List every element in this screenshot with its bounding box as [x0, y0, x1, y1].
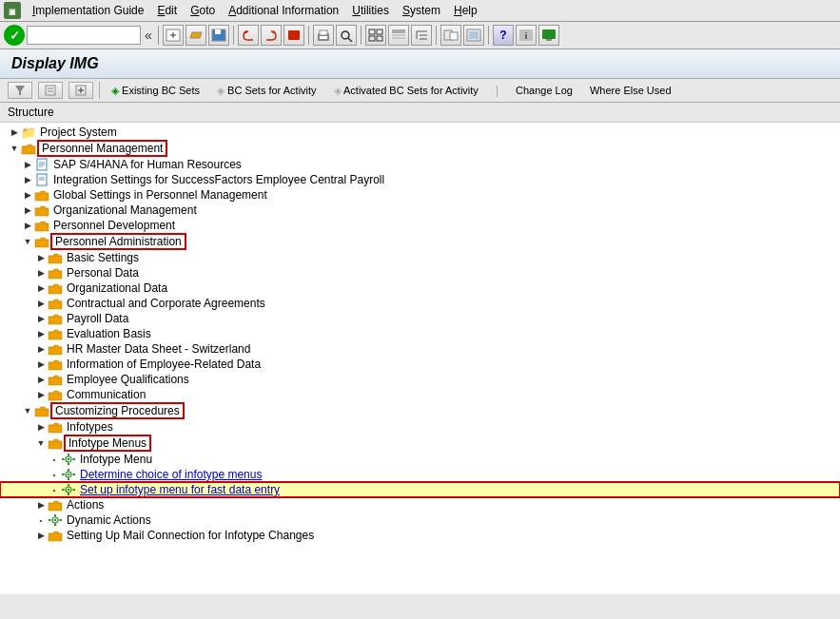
save-btn[interactable]	[208, 25, 229, 46]
tree-row[interactable]: ▼ Personnel Administration	[0, 233, 840, 250]
help-btn[interactable]: ?	[493, 25, 514, 46]
menu-edit[interactable]: Edit	[151, 2, 183, 19]
toggle-personal-data[interactable]: ▶	[34, 266, 48, 280]
tree-row[interactable]: ▶ Actions	[0, 497, 840, 513]
tree-row[interactable]: ▶ Organizational Data	[0, 280, 840, 296]
tree-row[interactable]: ▶ Infotypes	[0, 419, 840, 435]
toggle-mail[interactable]: ▶	[34, 529, 48, 542]
svg-rect-63	[68, 493, 69, 496]
tree-row[interactable]: ▶ Evaluation Basis	[0, 326, 840, 341]
menu-system[interactable]: System	[397, 2, 446, 19]
properties-btn[interactable]	[38, 82, 63, 99]
command-input[interactable]	[27, 26, 141, 45]
toggle-basic[interactable]: ▶	[34, 251, 48, 264]
bc-sets-activity-btn[interactable]: ◈ BC Sets for Activity	[211, 83, 322, 99]
toggle-personnel-admin[interactable]: ▼	[21, 235, 34, 248]
svg-point-61	[68, 489, 69, 491]
toggle-eval[interactable]: ▶	[34, 327, 48, 340]
toggle-comm[interactable]: ▶	[34, 388, 48, 401]
svg-point-49	[68, 458, 69, 460]
tree-row[interactable]: ▼ Customizing Procedures	[0, 402, 840, 419]
tree-row[interactable]: ▶ Basic Settings	[0, 250, 840, 265]
toggle-global[interactable]: ▶	[21, 188, 34, 202]
toggle-custom-proc[interactable]: ▼	[21, 404, 34, 417]
toggle-emp-qual[interactable]: ▶	[34, 373, 48, 386]
tree-row[interactable]: ▶ Organizational Management	[0, 203, 840, 218]
tree-row[interactable]: ▶ Personal Data	[0, 265, 840, 280]
tree-row[interactable]: • Dynamic Actions	[0, 513, 840, 528]
toggle-project-system[interactable]: ▶	[8, 126, 21, 139]
toggle-infotypes[interactable]: ▶	[34, 420, 48, 434]
tree-row[interactable]: ▶ HR Master Data Sheet - Switzerland	[0, 341, 840, 357]
find-btn[interactable]	[336, 25, 357, 46]
label-determine-choice[interactable]: Determine choice of infotype menus	[78, 468, 264, 481]
tree-row[interactable]: ▶ SAP S/4HANA for Human Resources	[0, 157, 840, 172]
tree-row[interactable]: ▼ Infotype Menus	[0, 435, 840, 452]
info-btn[interactable]: i	[516, 25, 537, 46]
where-else-used-btn[interactable]: Where Else Used	[584, 83, 677, 98]
toggle-contractual[interactable]: ▶	[34, 297, 48, 310]
new-btn[interactable]	[163, 25, 184, 46]
tree-row[interactable]: ▶ Setting Up Mail Connection for Infotyp…	[0, 528, 840, 543]
toggle-personnel-dev[interactable]: ▶	[21, 219, 34, 232]
tree-row[interactable]: ▶ Employee Qualifications	[0, 372, 840, 387]
tree-row[interactable]: ▶ Payroll Data	[0, 311, 840, 326]
svg-rect-58	[62, 474, 65, 475]
undo-btn[interactable]	[238, 25, 259, 46]
add-btn[interactable]	[68, 82, 93, 99]
toggle-infotype-menus[interactable]: ▼	[34, 436, 48, 450]
tree-row[interactable]: • Infotype Menu	[0, 452, 840, 467]
menu-goto[interactable]: Goto	[185, 2, 221, 19]
nav-back[interactable]: «	[143, 28, 154, 43]
svg-rect-19	[392, 29, 405, 33]
tree-row[interactable]: ▶ Global Settings in Personnel Managemen…	[0, 187, 840, 203]
tree-row[interactable]: ▶ Contractual and Corporate Agreements	[0, 296, 840, 311]
toggle-org-data[interactable]: ▶	[34, 281, 48, 295]
menu-implementation-guide[interactable]: Implementation Guide	[27, 2, 149, 19]
toggle-personnel-mgmt[interactable]: ▼	[8, 142, 21, 155]
tree-row[interactable]: ▶ Integration Settings for SuccessFactor…	[0, 172, 840, 187]
toggle-sap[interactable]: ▶	[21, 158, 34, 171]
tree-row[interactable]: ▶ 📁 Project System	[0, 125, 840, 140]
layout-btn[interactable]	[388, 25, 409, 46]
tree-row[interactable]: ▼ Personnel Management	[0, 140, 840, 157]
confirm-button[interactable]: ✓	[4, 25, 25, 46]
toggle-info-emp[interactable]: ▶	[34, 358, 48, 371]
tree-row[interactable]: ▶ Personnel Development	[0, 218, 840, 233]
redo-btn[interactable]	[261, 25, 282, 46]
change-log-btn[interactable]: Change Log	[510, 83, 578, 98]
separator-2	[233, 26, 234, 45]
menu-utilities[interactable]: Utilities	[346, 2, 395, 19]
tree-row-highlighted[interactable]: • Set up infotype menu for fast data ent…	[0, 482, 840, 497]
menu-additional-info[interactable]: Additional Information	[223, 2, 344, 19]
activated-bc-sets-btn[interactable]: ◈ Activated BC Sets for Activity	[328, 83, 484, 99]
menu-help[interactable]: Help	[448, 2, 483, 19]
expand-btn[interactable]	[365, 25, 386, 46]
toggle-org-mgmt[interactable]: ▶	[21, 203, 34, 217]
tree-row[interactable]: ▶ Information of Employee-Related Data	[0, 357, 840, 372]
tree-row[interactable]: • Determine choice of infotype menus	[0, 467, 840, 482]
svg-rect-16	[377, 29, 382, 34]
tree-btn[interactable]	[411, 25, 432, 46]
separator-5	[436, 26, 437, 45]
existing-bc-sets-btn[interactable]: ◈ Existing BC Sets	[106, 83, 205, 99]
resize-btn[interactable]	[440, 25, 461, 46]
stop-btn[interactable]	[283, 25, 304, 46]
toggle-hr-master[interactable]: ▶	[34, 342, 48, 356]
filter-btn[interactable]	[8, 82, 32, 99]
tree-row[interactable]: ▶ Communication	[0, 387, 840, 402]
full-btn[interactable]	[463, 25, 484, 46]
toggle-integration[interactable]: ▶	[21, 173, 34, 186]
svg-rect-32	[542, 29, 556, 39]
print-btn[interactable]	[313, 25, 334, 46]
open-btn[interactable]	[186, 25, 206, 46]
tree-container[interactable]: ▶ 📁 Project System ▼ Personnel Managemen…	[0, 123, 840, 594]
toggle-payroll[interactable]: ▶	[34, 312, 48, 325]
label-setup-infotype[interactable]: Set up infotype menu for fast data entry	[78, 483, 282, 496]
toggle-actions[interactable]: ▶	[34, 498, 48, 512]
folder-icon	[48, 266, 63, 280]
label-infotypes: Infotypes	[65, 420, 115, 434]
svg-rect-64	[62, 489, 65, 491]
folder-icon	[48, 327, 63, 340]
monitor-btn[interactable]	[538, 25, 559, 46]
